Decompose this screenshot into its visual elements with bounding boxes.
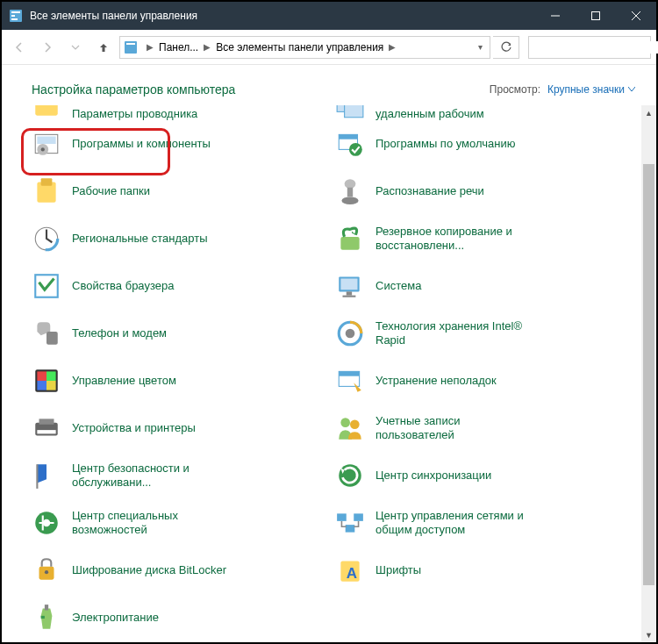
minimize-button[interactable] <box>535 2 576 30</box>
nav-back-button[interactable] <box>7 35 32 60</box>
control-panel-item[interactable]: Параметры проводника <box>32 105 335 121</box>
item-icon <box>335 461 365 490</box>
scroll-track[interactable] <box>641 120 656 627</box>
item-label: Шифрование диска BitLocker <box>72 563 226 577</box>
item-icon <box>32 366 61 396</box>
page-header: Настройка параметров компьютера Просмотр… <box>2 65 656 105</box>
control-panel-item[interactable]: Свойства браузера <box>32 265 335 307</box>
control-panel-item[interactable]: Устранение неполадок <box>335 360 639 402</box>
item-icon <box>335 318 365 348</box>
control-panel-item[interactable]: AШрифты <box>335 549 639 591</box>
control-panel-item[interactable]: Технология хранения Intel® Rapid <box>335 312 639 354</box>
svg-point-53 <box>346 329 355 339</box>
control-panel-item[interactable]: Учетные записи пользователей <box>335 407 639 449</box>
control-panel-icon <box>9 9 23 23</box>
item-icon <box>335 366 365 396</box>
control-panel-item[interactable]: удаленным рабочим <box>335 105 639 121</box>
item-label: Телефон и модем <box>72 326 167 340</box>
svg-rect-40 <box>345 105 363 118</box>
item-label: Учетные записи пользователей <box>375 414 533 443</box>
svg-rect-55 <box>339 371 359 376</box>
close-button[interactable] <box>616 2 656 30</box>
svg-rect-9 <box>126 43 135 45</box>
chevron-right-icon[interactable]: ▶ <box>143 42 157 52</box>
item-icon <box>32 224 61 254</box>
svg-rect-32 <box>36 464 38 489</box>
scroll-thumb[interactable] <box>643 164 654 585</box>
breadcrumb-segment[interactable]: Панел... <box>157 41 200 54</box>
item-icon <box>32 555 61 585</box>
item-label: Электропитание <box>72 611 159 625</box>
svg-rect-23 <box>46 332 58 345</box>
svg-rect-3 <box>11 18 18 20</box>
item-label: Параметры проводника <box>72 107 197 121</box>
svg-point-44 <box>345 179 356 189</box>
item-icon <box>335 176 365 206</box>
scroll-up-button[interactable]: ▲ <box>641 105 656 120</box>
control-panel-item[interactable]: Резервное копирование и восстановлени... <box>335 218 639 260</box>
item-icon <box>32 105 61 121</box>
item-label: Управление цветом <box>72 374 176 388</box>
svg-point-34 <box>43 519 51 527</box>
item-label: Устройства и принтеры <box>72 421 196 435</box>
item-icon <box>335 129 365 159</box>
item-label: Шрифты <box>375 563 421 577</box>
titlebar[interactable]: Все элементы панели управления <box>2 2 656 30</box>
item-label: удаленным рабочим <box>375 107 484 121</box>
page-title: Настройка параметров компьютера <box>32 82 235 97</box>
svg-rect-25 <box>37 371 46 381</box>
maximize-button[interactable] <box>576 2 616 30</box>
chevron-down-icon[interactable]: ▾ <box>475 42 486 52</box>
svg-rect-28 <box>46 381 56 390</box>
nav-up-button[interactable] <box>91 35 116 60</box>
address-bar[interactable]: ▶ Панел... ▶ Все элементы панели управле… <box>119 36 490 59</box>
search-input[interactable] <box>529 41 658 54</box>
content-area: Параметры проводникаПрограммы и компонен… <box>2 105 656 642</box>
window-frame: Все элементы панели управления ▶ Панел..… <box>1 1 657 643</box>
view-selector[interactable]: Просмотр: Крупные значки <box>490 83 635 96</box>
control-panel-item[interactable]: Региональные стандарты <box>32 218 335 260</box>
control-panel-item[interactable]: Центр управления сетями и общим доступом <box>335 502 639 544</box>
control-panel-item[interactable]: Центр специальных возможностей <box>32 502 335 544</box>
control-panel-item[interactable]: Управление цветом <box>32 360 335 402</box>
svg-rect-2 <box>11 15 15 17</box>
control-panel-item[interactable]: Рабочие папки <box>32 170 335 212</box>
control-panel-item[interactable]: Система <box>335 265 639 307</box>
scroll-down-button[interactable]: ▼ <box>641 627 656 642</box>
item-label: Центр управления сетями и общим доступом <box>375 509 533 538</box>
control-panel-item[interactable]: Телефон и модем <box>32 312 335 354</box>
svg-rect-45 <box>347 188 353 197</box>
item-label: Рабочие папки <box>72 184 150 198</box>
item-label: Центр безопасности и обслуживани... <box>72 462 230 490</box>
nav-forward-button[interactable] <box>35 35 60 60</box>
item-label: Программы по умолчанию <box>375 137 515 151</box>
vertical-scrollbar[interactable]: ▲ ▼ <box>641 105 656 642</box>
svg-text:A: A <box>347 565 357 582</box>
control-panel-item[interactable]: Электропитание <box>32 597 335 639</box>
item-icon <box>32 508 61 538</box>
control-panel-addr-icon <box>124 40 138 54</box>
view-label: Просмотр: <box>490 83 540 96</box>
control-panel-item[interactable]: Устройства и принтеры <box>32 407 335 449</box>
chevron-right-icon[interactable]: ▶ <box>385 42 399 52</box>
item-icon <box>32 461 61 490</box>
refresh-button[interactable] <box>493 36 519 59</box>
navbar: ▶ Панел... ▶ Все элементы панели управле… <box>2 30 656 65</box>
control-panel-item[interactable]: Программы по умолчанию <box>335 123 639 165</box>
control-panel-item[interactable]: Распознавание речи <box>335 170 639 212</box>
item-icon <box>335 413 365 443</box>
items-column-left: Параметры проводникаПрограммы и компонен… <box>32 105 335 642</box>
item-label: Центр специальных возможностей <box>72 509 230 538</box>
control-panel-item[interactable]: Центр синхронизации <box>335 454 639 497</box>
control-panel-item[interactable]: Центр безопасности и обслуживани... <box>32 454 335 497</box>
view-value[interactable]: Крупные значки <box>547 83 635 96</box>
nav-recent-dropdown[interactable] <box>63 35 88 60</box>
item-icon <box>32 271 61 301</box>
svg-rect-27 <box>37 381 46 390</box>
breadcrumb-segment[interactable]: Все элементы панели управления <box>214 41 385 54</box>
svg-rect-61 <box>346 525 355 533</box>
search-box[interactable] <box>528 36 651 59</box>
control-panel-item[interactable]: Шифрование диска BitLocker <box>32 549 335 591</box>
chevron-right-icon[interactable]: ▶ <box>200 42 214 52</box>
window-title: Все элементы панели управления <box>30 10 535 22</box>
